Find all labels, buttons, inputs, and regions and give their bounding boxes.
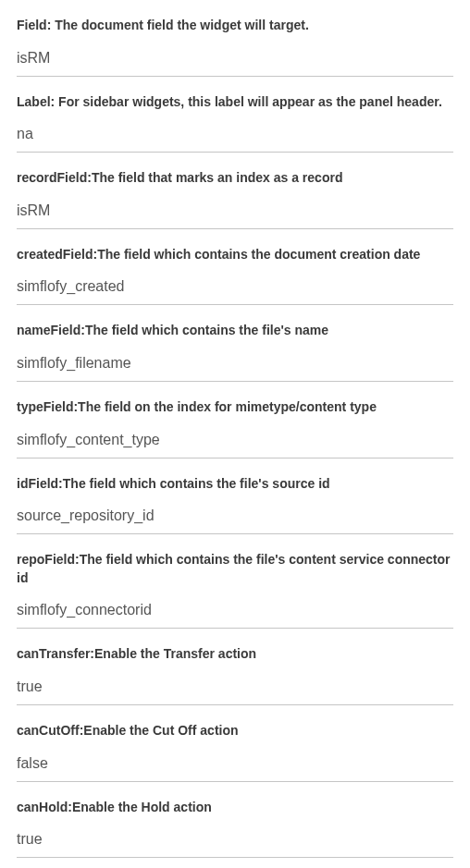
label-input[interactable] <box>17 120 453 153</box>
field-input[interactable] <box>17 44 453 77</box>
field-label: Field: The document field the widget wil… <box>17 17 453 35</box>
label-group: Label: For sidebar widgets, this label w… <box>17 93 453 153</box>
repo-field-input[interactable] <box>17 596 453 629</box>
can-transfer-label: canTransfer:Enable the Transfer action <box>17 645 453 664</box>
id-field-label: idField:The field which contains the fil… <box>17 475 453 494</box>
id-field-group: idField:The field which contains the fil… <box>17 475 453 535</box>
name-field-group: nameField:The field which contains the f… <box>17 322 453 382</box>
created-field-label: createdField:The field which contains th… <box>17 246 453 264</box>
config-form: Field: The document field the widget wil… <box>17 17 453 868</box>
record-field-label: recordField:The field that marks an inde… <box>17 169 453 188</box>
name-field-input[interactable] <box>17 349 453 382</box>
can-hold-group: canHold:Enable the Hold action <box>17 799 453 859</box>
repo-field-group: repoField:The field which contains the f… <box>17 551 453 629</box>
type-field-group: typeField:The field on the index for mim… <box>17 398 453 458</box>
created-field-group: createdField:The field which contains th… <box>17 246 453 306</box>
record-field-input[interactable] <box>17 197 453 229</box>
created-field-input[interactable] <box>17 273 453 305</box>
name-field-label: nameField:The field which contains the f… <box>17 322 453 340</box>
label-label: Label: For sidebar widgets, this label w… <box>17 93 453 112</box>
can-cutoff-label: canCutOff:Enable the Cut Off action <box>17 722 453 740</box>
can-cutoff-group: canCutOff:Enable the Cut Off action <box>17 722 453 782</box>
type-field-label: typeField:The field on the index for mim… <box>17 398 453 417</box>
field-group: Field: The document field the widget wil… <box>17 17 453 77</box>
record-field-group: recordField:The field that marks an inde… <box>17 169 453 229</box>
can-hold-input[interactable] <box>17 825 453 858</box>
repo-field-label: repoField:The field which contains the f… <box>17 551 453 587</box>
can-hold-label: canHold:Enable the Hold action <box>17 799 453 817</box>
can-transfer-group: canTransfer:Enable the Transfer action <box>17 645 453 705</box>
can-cutoff-input[interactable] <box>17 750 453 782</box>
can-transfer-input[interactable] <box>17 673 453 705</box>
type-field-input[interactable] <box>17 426 453 458</box>
id-field-input[interactable] <box>17 502 453 534</box>
